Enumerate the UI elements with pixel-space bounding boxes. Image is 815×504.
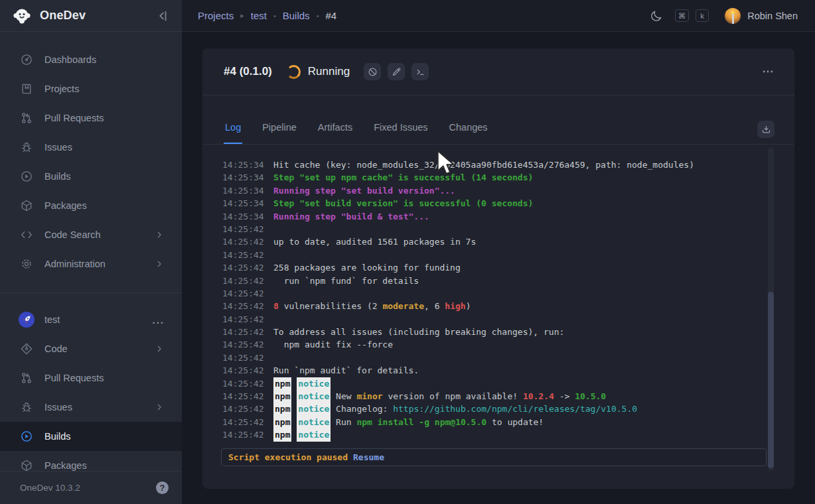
dark-mode-toggle-icon[interactable] <box>650 9 663 23</box>
sidebar-item-projects[interactable]: Projects <box>0 74 182 103</box>
log-segment: npm <box>273 390 291 403</box>
log-segment: 258 packages are looking for funding <box>273 261 461 274</box>
log-link[interactable]: https://github.com/npm/cli/releases/tag/… <box>393 403 637 415</box>
log-segment: Run `npm audit` for details. <box>273 364 419 377</box>
sidebar-item-packages[interactable]: Packages <box>0 191 182 220</box>
pull-request-icon <box>20 371 33 385</box>
log-segment <box>291 428 297 441</box>
breadcrumb-item[interactable]: test <box>251 10 267 21</box>
log-segment: Step "set up npm cache" is successful (1… <box>273 171 533 184</box>
sidebar-collapse-icon[interactable] <box>155 9 170 23</box>
log-line: 14:25:42npm notice Changelog: https://gi… <box>222 403 751 415</box>
topbar: Projects▸test•Builds•#4 ⌘ k Robin Shen <box>182 0 815 32</box>
sidebar-project-section: test...CodePull RequestsIssuesBuildsPack… <box>0 293 182 471</box>
log-timestamp: 14:25:42 <box>222 261 263 274</box>
terminal-button[interactable] <box>411 63 429 80</box>
sidebar-item-code[interactable]: Code <box>0 334 182 363</box>
log-segment <box>291 377 297 390</box>
sidebar-header: OneDev <box>0 0 182 32</box>
sidebar-item-pull-requests[interactable]: Pull Requests <box>0 363 182 393</box>
resume-link[interactable]: Resume <box>353 452 384 462</box>
gear-icon <box>20 257 33 271</box>
log-segment: npm audit fix --force <box>273 338 393 351</box>
sidebar-item-test[interactable]: test... <box>0 305 182 334</box>
sidebar-item-label: test <box>44 314 152 325</box>
download-log-button[interactable] <box>757 121 775 138</box>
shortcut-key-cmd: ⌘ <box>675 9 690 22</box>
log-segment <box>291 390 297 403</box>
log-timestamp: 14:25:42 <box>222 428 263 441</box>
log-scrollbar-thumb[interactable] <box>768 292 774 468</box>
running-spinner-icon <box>287 65 301 79</box>
help-icon[interactable]: ? <box>156 481 169 494</box>
tab-pipeline[interactable]: Pipeline <box>261 122 298 144</box>
sidebar-item-label: Code <box>44 344 154 354</box>
edit-build-button[interactable] <box>388 63 405 80</box>
chevron-right-icon <box>154 402 165 412</box>
sidebar-item-administration[interactable]: Administration <box>0 249 182 279</box>
sidebar-item-label: Code Search <box>44 229 154 240</box>
log-timestamp: 14:25:42 <box>222 326 263 338</box>
log-line: 14:25:42npm notice Run npm install -g np… <box>222 416 751 428</box>
sidebar-item-label: Administration <box>44 259 154 269</box>
breadcrumb-separator: • <box>273 12 276 20</box>
main-area: Projects▸test•Builds•#4 ⌘ k Robin Shen #… <box>182 0 815 504</box>
log-segment: npm <box>273 403 291 415</box>
log-timestamp: 14:25:42 <box>222 364 263 377</box>
build-log[interactable]: 14:25:34Hit cache (key: node_modules_32/… <box>222 161 751 444</box>
git-icon <box>20 342 33 355</box>
pull-request-icon <box>20 111 33 125</box>
tab-artifacts[interactable]: Artifacts <box>317 122 354 144</box>
log-timestamp: 14:25:34 <box>222 184 263 197</box>
sidebar-item-pull-requests[interactable]: Pull Requests <box>0 103 182 133</box>
project-menu-button[interactable]: ... <box>152 314 165 326</box>
log-segment: ) <box>466 300 471 312</box>
chevron-right-icon <box>154 229 165 240</box>
log-segment: To address all issues (including breakin… <box>273 326 564 338</box>
sidebar-main-section: DashboardsProjectsPull RequestsIssuesBui… <box>0 32 182 279</box>
paused-notice-box: Script execution paused Resume <box>221 448 767 466</box>
log-line: 14:25:42Run `npm audit` for details. <box>222 364 751 377</box>
sidebar-item-label: Packages <box>44 460 165 471</box>
topbar-right: ⌘ k Robin Shen <box>650 8 798 24</box>
log-line: 14:25:42258 packages are looking for fun… <box>222 261 751 274</box>
tab-fixed-issues[interactable]: Fixed Issues <box>372 122 429 144</box>
sidebar-item-dashboards[interactable]: Dashboards <box>0 45 182 74</box>
code-icon <box>20 228 33 241</box>
sidebar-item-label: Projects <box>44 84 165 94</box>
build-header: #4 (0.1.0) Running <box>202 48 794 95</box>
breadcrumb-separator: ▸ <box>240 11 244 20</box>
log-segment: 8 <box>273 300 279 312</box>
build-actions <box>364 63 429 80</box>
tab-changes[interactable]: Changes <box>448 122 489 144</box>
cancel-build-button[interactable] <box>364 63 381 80</box>
log-segment: npm <box>273 377 291 390</box>
breadcrumb-item: #4 <box>325 10 336 21</box>
sidebar-item-code-search[interactable]: Code Search <box>0 220 182 249</box>
breadcrumb-item[interactable]: Projects <box>198 10 234 21</box>
sidebar-item-issues[interactable]: Issues <box>0 133 182 162</box>
user-avatar[interactable] <box>725 8 741 24</box>
tab-log[interactable]: Log <box>224 122 242 144</box>
log-segment: notice <box>297 416 331 428</box>
more-options-button[interactable] <box>761 65 775 78</box>
sidebar-item-builds[interactable]: Builds <box>0 422 182 451</box>
project-avatar <box>19 312 35 328</box>
package-icon <box>20 459 33 471</box>
sidebar-item-builds[interactable]: Builds <box>0 162 182 191</box>
onedev-logo-icon <box>12 6 32 26</box>
log-segment: version of npm available! <box>383 390 523 403</box>
log-timestamp: 14:25:34 <box>222 197 263 210</box>
sidebar-item-label: Builds <box>44 171 165 182</box>
sidebar-item-label: Dashboards <box>44 54 165 65</box>
log-timestamp: 14:25:42 <box>222 338 263 351</box>
log-segment: Running step "set build version"... <box>273 184 455 197</box>
user-name[interactable]: Robin Shen <box>747 11 798 21</box>
sidebar-item-packages[interactable]: Packages <box>0 451 182 471</box>
sidebar-item-issues[interactable]: Issues <box>0 393 182 422</box>
log-segment: Changelog: <box>331 403 393 415</box>
log-line: 14:25:42 <box>222 351 751 364</box>
log-line: 14:25:42 <box>222 249 751 261</box>
log-segment: npm <box>273 416 291 428</box>
breadcrumb-item[interactable]: Builds <box>283 10 310 21</box>
